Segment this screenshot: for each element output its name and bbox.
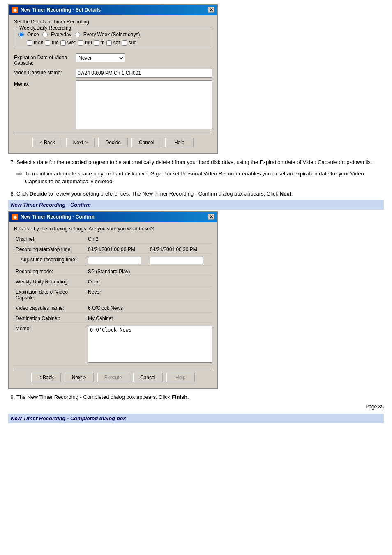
dialog2-titlebar: ◉ New Timer Recording - Confirm ✕: [9, 212, 217, 222]
once-radio[interactable]: [18, 32, 24, 37]
page-number: Page 85: [8, 404, 384, 410]
step8-text1: Click: [16, 191, 30, 197]
confirm-channel-row: Channel: Ch 2: [14, 235, 212, 244]
fri-label: fri: [101, 40, 105, 46]
group-legend: Weekly,Daily Recording: [18, 25, 73, 31]
expiration-row: Expiration Date of Video Capsule: Never: [14, 53, 212, 66]
step8-bold1: Decide: [30, 191, 47, 197]
step8-text3: .: [291, 191, 293, 197]
mon-checkbox[interactable]: [27, 40, 32, 46]
dialog2-desc: Reserve by the following settings. Are y…: [14, 226, 212, 232]
mon-label: mon: [34, 40, 43, 46]
days-row: mon tue wed thu fri sat sun: [27, 40, 208, 46]
step8-text2: to review your setting preferences. The …: [47, 191, 279, 197]
dialog2-back-button[interactable]: < Back: [31, 373, 61, 382]
capsule-value: [76, 69, 212, 78]
dialog2-cancel-button[interactable]: Cancel: [133, 373, 163, 382]
note-icon: ✏: [16, 170, 23, 179]
dialog2-help-button[interactable]: Help: [166, 373, 195, 382]
confirm-memo-textarea[interactable]: 6 O'Clock News: [88, 326, 212, 363]
sat-checkbox[interactable]: [106, 40, 112, 46]
confirm-time-start: 04/24/2001 06:00 PM: [88, 246, 150, 252]
dialog2-title: New Timer Recording - Confirm: [21, 214, 95, 220]
dialog1-icon: ◉: [12, 7, 18, 13]
memo-value: [76, 80, 212, 131]
dialog2-button-row: < Back Next > Execute Cancel Help: [14, 369, 212, 384]
step9-text2: .: [187, 394, 189, 400]
memo-label: Memo:: [14, 80, 76, 87]
confirm-mode-label: Recording mode:: [14, 269, 88, 274]
step8-bold2: Next: [280, 191, 291, 197]
expiration-value: Never: [76, 53, 212, 62]
sun-label: sun: [129, 40, 136, 46]
dialog1-decide-button[interactable]: Decide: [98, 138, 128, 147]
everyweek-label: Every Week (Select days): [83, 32, 140, 37]
step7-text: Select a date for the recorded program t…: [16, 159, 374, 165]
dialog1-button-row: < Back Next > Decide Cancel Help: [14, 134, 212, 149]
confirm-cabinet-value: My Cabinet: [88, 315, 212, 321]
dialog1-close-button[interactable]: ✕: [208, 7, 214, 13]
confirm-adjust-value1: [88, 257, 150, 264]
confirm-adjust-row: Adjust the recording time:: [14, 256, 212, 266]
everyday-label: Everyday: [51, 32, 71, 37]
confirm-weekly-label: Weekly,Daily Recording:: [14, 279, 88, 285]
confirm-capsule-label: Video capsules name:: [14, 305, 88, 311]
everyweek-radio[interactable]: [75, 32, 80, 37]
confirm-weekly-row: Weekly,Daily Recording: Once: [14, 278, 212, 286]
dialog1-body: Set the Details of Timer Recording Weekl…: [9, 15, 217, 153]
confirm-mode-value: SP (Standard Play): [88, 269, 212, 274]
note7-text: To maintain adequate space on your hard …: [25, 170, 384, 186]
memo-row: Memo:: [14, 80, 212, 131]
fri-checkbox[interactable]: [94, 40, 99, 46]
capsule-input[interactable]: [76, 69, 212, 78]
confirm-memo-row: Memo: 6 O'Clock News: [14, 325, 212, 366]
tue-checkbox[interactable]: [45, 40, 50, 46]
confirm-weekly-value: Once: [88, 279, 212, 285]
dialog2-body: Reserve by the following settings. Are y…: [9, 222, 217, 388]
once-label: Once: [27, 32, 39, 37]
dialog1-title-left: ◉ New Timer Recording - Set Details: [12, 7, 101, 13]
confirm-expiry-value: Never: [88, 289, 212, 295]
memo-textarea[interactable]: [76, 80, 212, 129]
set-details-dialog: ◉ New Timer Recording - Set Details ✕ Se…: [8, 4, 218, 154]
capsule-label: Video Capsule Name:: [14, 69, 76, 76]
dialog2-execute-button[interactable]: Execute: [97, 373, 129, 382]
dialog2-next-button[interactable]: Next >: [65, 373, 94, 382]
wed-checkbox[interactable]: [60, 40, 66, 46]
weekly-daily-group: Weekly,Daily Recording Once Everyday Eve…: [14, 28, 212, 49]
dialog2-title-left: ◉ New Timer Recording - Confirm: [12, 214, 95, 220]
confirm-expiry-label: Expiration date of Video Capsule:: [14, 289, 88, 301]
confirm-cabinet-row: Destination Cabinet: My Cabinet: [14, 314, 212, 323]
confirm-capsule-value: 6 O'Clock News: [88, 305, 212, 311]
confirm-mode-row: Recording mode: SP (Standard Play): [14, 267, 212, 276]
dialog1-desc: Set the Details of Timer Recording: [14, 19, 212, 25]
dialog1-cancel-button[interactable]: Cancel: [131, 138, 161, 147]
everyday-radio[interactable]: [42, 32, 48, 37]
thu-checkbox[interactable]: [78, 40, 83, 46]
sat-label: sat: [113, 40, 120, 46]
confirm-adjust-label: Adjust the recording time:: [14, 257, 88, 263]
dialog2-close-button[interactable]: ✕: [208, 214, 214, 220]
thu-label: thu: [85, 40, 92, 46]
expiration-label: Expiration Date of Video Capsule:: [14, 53, 76, 66]
confirm-section-header: New Timer Recording - Confirm: [8, 200, 384, 210]
step9-bold: Finish: [172, 394, 187, 400]
step9-item: The New Timer Recording - Completed dial…: [16, 393, 384, 401]
confirm-expiry-row: Expiration date of Video Capsule: Never: [14, 288, 212, 302]
confirm-cabinet-label: Destination Cabinet:: [14, 315, 88, 321]
confirm-section-label: New Timer Recording - Confirm: [11, 202, 91, 208]
dialog1-next-button[interactable]: Next >: [66, 138, 95, 147]
confirm-adjust-value2: [150, 257, 212, 264]
confirm-time-stop: 04/24/2001 06:30 PM: [150, 246, 212, 252]
dialog1-back-button[interactable]: < Back: [32, 138, 62, 147]
dialog1-help-button[interactable]: Help: [165, 138, 194, 147]
completed-section-header: New Timer Recording - Completed dialog b…: [8, 414, 384, 423]
confirm-capsule-row: Video capsules name: 6 O'Clock News: [14, 304, 212, 313]
confirm-memo-label: Memo:: [14, 326, 88, 332]
step9-text1: The New Timer Recording - Completed dial…: [16, 394, 172, 400]
expiration-select[interactable]: Never: [76, 53, 125, 62]
confirm-memo-value: 6 O'Clock News: [88, 326, 212, 364]
dialog2-icon: ◉: [12, 214, 18, 220]
sun-checkbox[interactable]: [122, 40, 127, 46]
recording-type-row: Once Everyday Every Week (Select days): [18, 32, 208, 37]
